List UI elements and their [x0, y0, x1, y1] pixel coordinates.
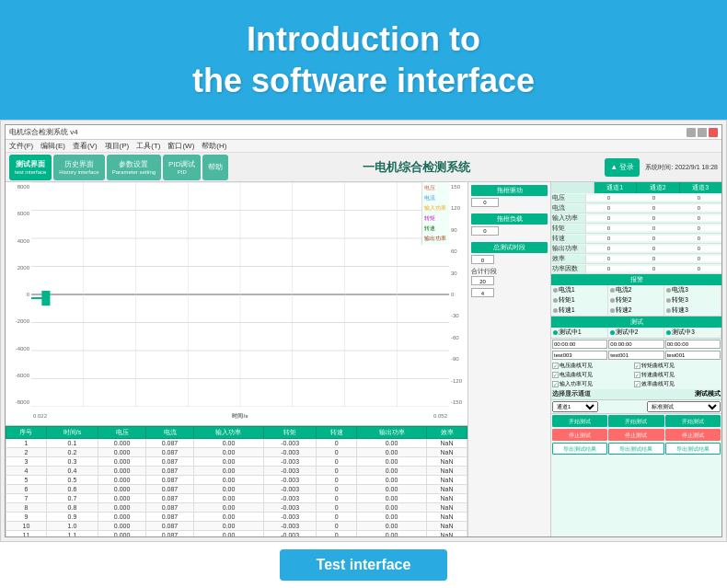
- load-block: 拖框负载: [468, 211, 550, 239]
- test-name-2[interactable]: [608, 351, 664, 360]
- cb-input-power[interactable]: [552, 381, 559, 387]
- datetime-display: 系统时间: 2022/9/1 18:28: [645, 163, 718, 172]
- x-axis: 0.022 时间/s 0.052: [31, 407, 449, 425]
- alarm-torque2: 转矩2: [608, 295, 665, 306]
- col-input-power: 输入功率: [193, 427, 263, 439]
- table-row: 30.30.0000.0870.00-0.00300.00NaN: [6, 457, 467, 467]
- cb-input-power-curve: 输入功率可见: [552, 380, 633, 388]
- params-section: 电压 0 0 0 电流 0 0 0 输入功率 0: [551, 193, 721, 274]
- chart-body: [31, 182, 449, 407]
- row-torque: 转矩 0 0 0: [551, 224, 721, 234]
- row-pf: 功率因数 0 0 0: [551, 264, 721, 274]
- tab-help[interactable]: 帮助: [202, 155, 228, 180]
- stop-test-3[interactable]: 停止测试: [665, 429, 721, 441]
- start-test-1[interactable]: 开始测试: [552, 415, 607, 427]
- channel-select[interactable]: 通道1 通道2 通道3: [552, 401, 598, 412]
- col-ch0-label: [551, 182, 594, 193]
- menu-edit[interactable]: 编辑(E): [40, 141, 65, 151]
- stop-test-1[interactable]: 停止测试: [552, 429, 607, 441]
- alarm-torque1: 转矩1: [551, 295, 608, 306]
- menu-tools[interactable]: 工具(T): [136, 141, 160, 151]
- col-output-power: 输出功率: [357, 427, 427, 439]
- cb-speed-curve: 转速曲线可见: [634, 371, 715, 379]
- col-ch2: 通道2: [637, 182, 680, 193]
- testing-section-title: 测试: [551, 317, 721, 328]
- screenshot-area: 电机综合检测系统 v4 文件(F) 编辑(E) 查看(V) 项目(P) 工具(T…: [0, 120, 727, 542]
- test-names-row: [551, 350, 721, 361]
- cb-torque-curve: 转矩曲线可见: [634, 362, 715, 370]
- bottom-label-area: Test interface: [0, 542, 727, 588]
- subcount-val: 4: [471, 288, 494, 297]
- table-row: 70.70.0000.0870.00-0.00300.00NaN: [6, 494, 467, 503]
- cb-current-curve: 电流曲线可见: [552, 371, 633, 379]
- test-times-row: [551, 339, 721, 350]
- cb-efficiency-curve: 效率曲线可见: [634, 380, 715, 388]
- menu-window[interactable]: 窗口(W): [167, 141, 194, 151]
- menu-view[interactable]: 查看(V): [73, 141, 98, 151]
- left-panel: 800060004000 20000-2000 -4000-6000-8000 …: [6, 182, 468, 536]
- alarm-speed1: 转速1: [551, 306, 608, 316]
- col-speed: 转速: [317, 427, 357, 439]
- menubar: 文件(F) 编辑(E) 查看(V) 项目(P) 工具(T) 窗口(W) 帮助(H…: [6, 140, 721, 153]
- cb-current[interactable]: [552, 372, 559, 378]
- titlebar: 电机综合检测系统 v4: [6, 125, 721, 140]
- stop-buttons: 停止测试 停止测试 停止测试: [551, 428, 721, 442]
- row-input-power: 输入功率 0 0 0: [551, 213, 721, 224]
- alarm-torque3: 转矩3: [664, 295, 721, 306]
- test-time-2[interactable]: [608, 340, 664, 349]
- col-current: 电流: [146, 427, 194, 439]
- row-current: 电流 0 0 0: [551, 203, 721, 213]
- table-row: 10.10.0000.0870.00-0.00300.00NaN: [6, 439, 467, 448]
- table-row: 80.80.0000.0870.00-0.00300.00NaN: [6, 503, 467, 513]
- close-btn[interactable]: [709, 128, 718, 137]
- menu-file[interactable]: 文件(F): [9, 141, 33, 151]
- toolbar: 测试界面 test interface 历史界面 History interfa…: [6, 153, 721, 182]
- drive-block: 拖框驱动: [468, 182, 550, 211]
- tab-test-interface[interactable]: 测试界面 test interface: [9, 155, 52, 180]
- tab-params[interactable]: 参数设置 Parameter setting: [107, 155, 161, 180]
- table-row: 60.60.0000.0870.00-0.00300.00NaN: [6, 485, 467, 494]
- row-voltage: 电压 0 0 0: [551, 193, 721, 203]
- export-test-2[interactable]: 导出测试结果: [608, 443, 664, 455]
- minimize-btn[interactable]: [687, 128, 696, 137]
- export-buttons: 导出测试结果 导出测试结果 导出测试结果: [551, 442, 721, 455]
- counter-block: 总测试时段 0 合计行段 20 4: [468, 239, 550, 301]
- table-row: 40.40.0000.0870.00-0.00300.00NaN: [6, 467, 467, 476]
- start-test-3[interactable]: 开始测试: [665, 415, 721, 427]
- export-test-3[interactable]: 导出测试结果: [665, 443, 721, 455]
- load-label: 拖框负载: [471, 213, 548, 225]
- cb-speed[interactable]: [634, 372, 640, 378]
- cb-voltage[interactable]: [552, 363, 559, 369]
- test-name-3[interactable]: [665, 351, 721, 360]
- cb-efficiency[interactable]: [634, 381, 640, 387]
- menu-help[interactable]: 帮助(H): [202, 141, 226, 151]
- test-time-3[interactable]: [665, 340, 721, 349]
- data-table: 序号 时间/s 电压 电流 输入功率 转矩 转速 输出功率 效率: [6, 426, 467, 536]
- maximize-btn[interactable]: [698, 128, 707, 137]
- start-test-2[interactable]: 开始测试: [608, 415, 664, 427]
- login-button[interactable]: ▲ 登录: [605, 158, 640, 177]
- cb-voltage-curve: 电压曲线可见: [552, 362, 633, 370]
- drive-label: 拖框驱动: [471, 185, 548, 196]
- alarm-voltage3: 电流3: [664, 285, 721, 295]
- test-time-1[interactable]: [552, 340, 607, 349]
- table-row: 90.90.0000.0870.00-0.00300.00NaN: [6, 513, 467, 522]
- right-panel: 通道1 通道2 通道3 电压 0 0 0 电流 0: [551, 182, 721, 536]
- load-input[interactable]: [471, 226, 499, 236]
- test-name-1[interactable]: [552, 351, 607, 360]
- test-mode-select[interactable]: 标准测试: [647, 401, 721, 412]
- menu-project[interactable]: 项目(P): [105, 141, 130, 151]
- alarm-voltage2: 电流2: [608, 285, 665, 295]
- drive-input[interactable]: [471, 198, 499, 207]
- alarm-speed3: 转速3: [664, 306, 721, 316]
- main-content: 800060004000 20000-2000 -4000-6000-8000 …: [6, 182, 721, 536]
- tab-history[interactable]: 历史界面 History interface: [53, 155, 104, 180]
- checkboxes-section: 电压曲线可见 转矩曲线可见 电流曲线可见 转速曲线可见: [551, 361, 721, 389]
- chart-area: 800060004000 20000-2000 -4000-6000-8000 …: [6, 182, 467, 426]
- select-testmode-row: 选择显示通道 测试模式: [551, 389, 721, 400]
- stop-test-2[interactable]: 停止测试: [608, 429, 664, 441]
- chart-legend: 电压 电流 输入功率 转矩 转速 输出功率: [421, 182, 449, 245]
- cb-torque[interactable]: [634, 363, 640, 369]
- tab-pid[interactable]: PID调试 PID: [163, 155, 201, 180]
- export-test-1[interactable]: 导出测试结果: [552, 443, 607, 455]
